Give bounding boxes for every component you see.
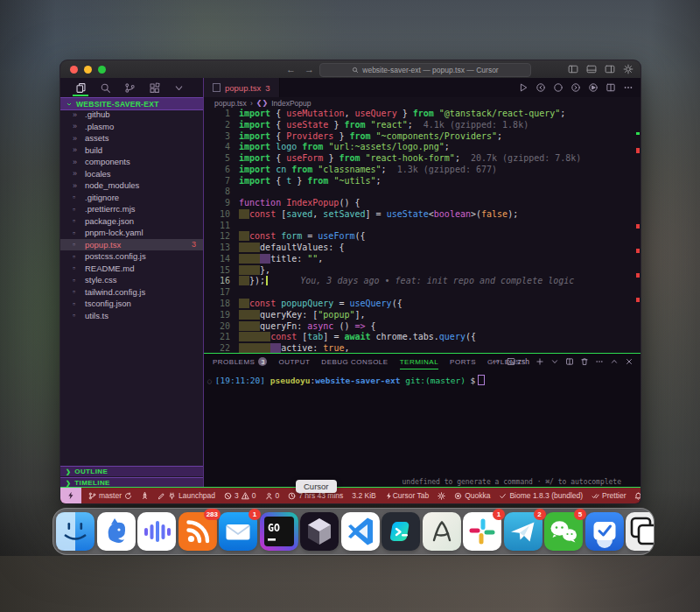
source-control-icon	[124, 82, 136, 94]
dock-item-window-manager[interactable]	[626, 512, 654, 551]
sidebar-section-outline[interactable]: ❯OUTLINE	[60, 466, 203, 476]
window-title-search[interactable]: website-saver-ext — popup.tsx — Cursor	[319, 63, 531, 77]
tree-item-node-modules[interactable]: »node_modules	[60, 179, 203, 192]
dock-item-waveform-app[interactable]	[137, 512, 176, 551]
dock-item-arc[interactable]	[423, 512, 461, 551]
panel-control-more-icon[interactable]	[492, 357, 500, 366]
panel-tab-output[interactable]: OUTPUT	[278, 354, 310, 369]
run-circle-icon[interactable]	[588, 82, 598, 93]
activity-extensions-icon[interactable]	[143, 79, 165, 96]
terminal[interactable]: ○[19:11:20] pseudoyu:website-saver-ext g…	[204, 369, 640, 488]
tree-item-package-json[interactable]: ▫package.json	[60, 215, 203, 228]
more-icon[interactable]	[623, 82, 634, 93]
activity-search-icon[interactable]	[94, 79, 116, 96]
step-forward-icon[interactable]	[570, 82, 581, 93]
tree-item-build[interactable]: »build	[60, 144, 203, 157]
minimize-window-button[interactable]	[84, 66, 92, 74]
record-icon[interactable]	[553, 82, 564, 93]
panel-control-plus-icon[interactable]	[536, 357, 544, 366]
remote-indicator[interactable]	[60, 488, 81, 503]
tree-item--plasmo[interactable]: ».plasmo	[60, 121, 203, 133]
layout-sidebar-left-icon[interactable]	[568, 64, 578, 74]
panel-tab-problems[interactable]: PROBLEMS3	[213, 354, 267, 369]
tree-item-locales[interactable]: »locales	[60, 168, 203, 180]
tree-item-tsconfig-json[interactable]: ▫tsconfig.json	[60, 298, 203, 310]
biome-status[interactable]: Biome 1.8.3 (bundled)	[499, 491, 583, 500]
breadcrumb-symbol[interactable]: IndexPopup	[271, 99, 311, 108]
terminal-prompt-icon	[507, 357, 515, 366]
tree-item-label: locales	[85, 169, 111, 179]
launchpad-status[interactable]: Launchpad	[158, 491, 215, 500]
panel-tab-terminal[interactable]: TERMINAL	[400, 354, 438, 369]
rocket-status[interactable]	[141, 492, 149, 500]
tree-item-postcss-config-js[interactable]: ▫postcss.config.js	[60, 250, 203, 263]
dock-item-blue-fox-app[interactable]	[97, 512, 136, 551]
breadcrumb-file[interactable]: popup.tsx	[214, 99, 247, 108]
run-icon[interactable]	[518, 82, 528, 93]
panel-control-zsh[interactable]: zsh	[507, 357, 529, 366]
split-editor-icon[interactable]	[606, 82, 616, 93]
dock-item-telegram[interactable]: 2	[504, 512, 542, 551]
quokka-status[interactable]: Quokka	[454, 491, 490, 500]
tab-popup-tsx[interactable]: popup.tsx 3	[204, 78, 280, 97]
dock-item-wechat[interactable]: 5	[544, 512, 583, 551]
zoom-window-button[interactable]	[98, 66, 106, 74]
cursor-tab-settings[interactable]	[438, 492, 445, 500]
dock-item-finder[interactable]	[56, 512, 94, 551]
code-editor[interactable]: 1import { useMutation, useQuery } from "…	[204, 109, 640, 353]
tree-item-utils-ts[interactable]: ▫utils.ts	[60, 310, 203, 322]
tree-item-tailwind-config-js[interactable]: ▫tailwind.config.js	[60, 286, 203, 299]
dock-item-things[interactable]	[585, 512, 624, 551]
line-number: 19	[204, 310, 239, 321]
panel-control-chevron-up-icon[interactable]	[610, 357, 619, 366]
activity-explorer-icon[interactable]	[69, 79, 92, 96]
close-window-button[interactable]	[70, 66, 78, 74]
tree-item-label: tailwind.config.js	[85, 287, 145, 297]
panel-tab-debug-console[interactable]: DEBUG CONSOLE	[321, 354, 388, 369]
step-back-icon[interactable]	[536, 82, 546, 93]
history-forward-icon[interactable]: →	[304, 64, 314, 74]
tree-item-assets[interactable]: »assets	[60, 132, 203, 144]
cursor-tab-status[interactable]: Cursor Tab	[393, 491, 429, 500]
notifications-status[interactable]	[634, 492, 641, 500]
tree-item-components[interactable]: »components	[60, 156, 203, 168]
layout-sidebar-right-icon[interactable]	[605, 64, 615, 74]
code-text: title: "",	[239, 254, 323, 265]
tree-item-README-md[interactable]: ▫README.md	[60, 263, 203, 275]
problems-status[interactable]: 30	[224, 491, 256, 500]
tree-item--gitignore[interactable]: ▫.gitignore	[60, 192, 203, 204]
power-status[interactable]	[385, 492, 393, 500]
dock-item-cursor[interactable]	[300, 512, 339, 551]
dock-item-vscode[interactable]	[341, 512, 380, 551]
gear-icon[interactable]	[623, 64, 634, 74]
panel-control-more-icon[interactable]	[595, 357, 604, 366]
dock-item-goland[interactable]: GO	[260, 512, 298, 551]
titlebar[interactable]: ← → website-saver-ext — popup.tsx — Curs…	[60, 60, 640, 79]
activity-chevron-down-icon[interactable]	[167, 79, 190, 96]
chevron-down-icon	[173, 82, 185, 94]
filesize-status[interactable]: 3.2 KiB	[352, 491, 375, 500]
breadcrumb[interactable]: popup.tsx › ❮❯ IndexPopup	[204, 97, 640, 109]
tree-item-popup-tsx[interactable]: ▫popup.tsx3	[60, 239, 203, 251]
status-bar: masterLaunchpad3007 hrs 43 mins3.2 KiB C…	[60, 487, 640, 503]
running-indicator-dot	[522, 554, 524, 555]
panel-control-chevron-down-icon[interactable]	[550, 357, 559, 366]
panel-control-trash-icon[interactable]	[580, 357, 589, 366]
feedback-status[interactable]: 0	[265, 491, 280, 500]
tree-item-style-css[interactable]: ▫style.css	[60, 274, 203, 286]
dock-item-rss-reader[interactable]: 283	[178, 512, 217, 551]
git-branch-status[interactable]: master	[88, 491, 132, 500]
panel-control-close-icon[interactable]	[625, 357, 634, 366]
dock-item-slack[interactable]: 1	[463, 512, 501, 551]
activity-source-control-icon[interactable]	[118, 79, 141, 96]
prettier-status[interactable]: Prettier	[592, 491, 626, 500]
tree-item--prettierrc-mjs[interactable]: ▫.prettierrc.mjs	[60, 203, 203, 215]
dock-item-warp[interactable]	[382, 512, 420, 551]
dock-item-mail[interactable]: 1	[219, 512, 257, 551]
tree-item--github[interactable]: ».github	[60, 109, 203, 121]
history-back-icon[interactable]: ←	[286, 64, 296, 74]
tree-item-pnpm-lock-yaml[interactable]: ▫pnpm-lock.yaml	[60, 227, 203, 239]
panel-tab-ports[interactable]: PORTS	[450, 354, 476, 369]
panel-control-split-editor-icon[interactable]	[565, 357, 574, 366]
layout-panel-icon[interactable]	[586, 64, 597, 74]
